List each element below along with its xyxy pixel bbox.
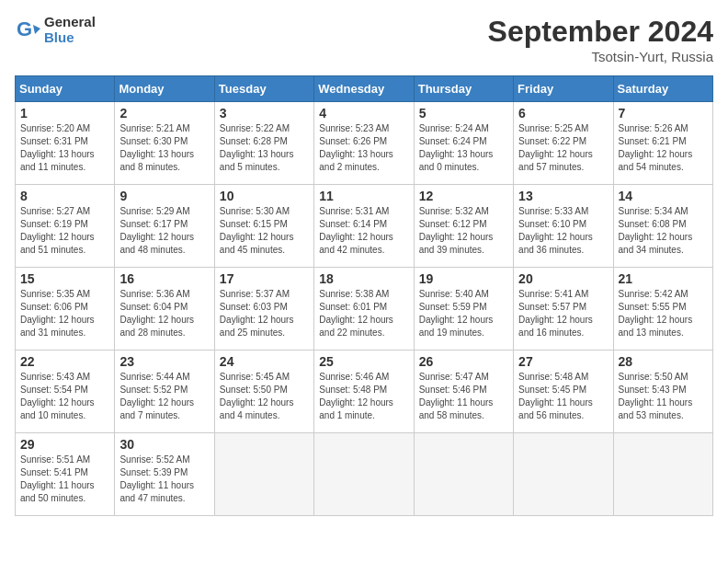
day-info: Sunrise: 5:32 AM Sunset: 6:12 PM Dayligh…: [419, 205, 508, 257]
day-header-tuesday: Tuesday: [214, 76, 313, 102]
day-info: Sunrise: 5:41 AM Sunset: 5:57 PM Dayligh…: [518, 288, 608, 339]
calendar-cell: 1Sunrise: 5:20 AM Sunset: 6:31 PM Daylig…: [16, 102, 115, 185]
day-info: Sunrise: 5:45 AM Sunset: 5:50 PM Dayligh…: [220, 371, 309, 422]
day-number: 19: [419, 271, 508, 286]
logo: G General Blue: [15, 15, 96, 45]
day-info: Sunrise: 5:35 AM Sunset: 6:06 PM Dayligh…: [20, 288, 109, 339]
calendar-cell: 17Sunrise: 5:37 AM Sunset: 6:03 PM Dayli…: [214, 268, 313, 350]
day-info: Sunrise: 5:21 AM Sunset: 6:30 PM Dayligh…: [119, 122, 209, 174]
calendar-cell: 6Sunrise: 5:25 AM Sunset: 6:22 PM Daylig…: [514, 102, 613, 185]
week-row-2: 8Sunrise: 5:27 AM Sunset: 6:19 PM Daylig…: [16, 185, 713, 268]
day-number: 25: [319, 354, 408, 369]
day-number: 22: [20, 354, 109, 369]
day-info: Sunrise: 5:30 AM Sunset: 6:15 PM Dayligh…: [220, 205, 309, 257]
calendar-cell: 14Sunrise: 5:34 AM Sunset: 6:08 PM Dayli…: [613, 185, 712, 268]
day-number: 8: [20, 189, 109, 203]
day-header-sunday: Sunday: [16, 76, 115, 102]
calendar-cell: 28Sunrise: 5:50 AM Sunset: 5:43 PM Dayli…: [613, 350, 712, 433]
week-row-5: 29Sunrise: 5:51 AM Sunset: 5:41 PM Dayli…: [16, 433, 713, 516]
logo-line1: General: [44, 15, 96, 30]
calendar-cell: 2Sunrise: 5:21 AM Sunset: 6:30 PM Daylig…: [115, 102, 214, 185]
day-number: 14: [619, 189, 708, 203]
calendar-cell: 8Sunrise: 5:27 AM Sunset: 6:19 PM Daylig…: [16, 185, 115, 268]
calendar-cell: 10Sunrise: 5:30 AM Sunset: 6:15 PM Dayli…: [214, 185, 313, 268]
day-info: Sunrise: 5:25 AM Sunset: 6:22 PM Dayligh…: [518, 122, 608, 174]
day-info: Sunrise: 5:34 AM Sunset: 6:08 PM Dayligh…: [619, 205, 708, 257]
day-info: Sunrise: 5:50 AM Sunset: 5:43 PM Dayligh…: [619, 371, 708, 422]
day-number: 7: [619, 106, 708, 121]
day-info: Sunrise: 5:37 AM Sunset: 6:03 PM Dayligh…: [220, 288, 309, 339]
day-number: 27: [518, 354, 608, 369]
day-info: Sunrise: 5:51 AM Sunset: 5:41 PM Dayligh…: [20, 454, 109, 505]
day-number: 12: [419, 189, 508, 203]
calendar-cell: 27Sunrise: 5:48 AM Sunset: 5:45 PM Dayli…: [514, 350, 613, 433]
day-number: 5: [419, 106, 508, 121]
header-row: SundayMondayTuesdayWednesdayThursdayFrid…: [16, 76, 713, 102]
calendar-cell: 9Sunrise: 5:29 AM Sunset: 6:17 PM Daylig…: [115, 185, 214, 268]
logo-line2: Blue: [44, 30, 96, 46]
calendar-cell: [214, 433, 313, 516]
day-number: 16: [119, 271, 209, 286]
calendar-cell: 4Sunrise: 5:23 AM Sunset: 6:26 PM Daylig…: [314, 102, 414, 185]
title-block: September 2024 Tsotsin-Yurt, Russia: [488, 15, 713, 64]
day-info: Sunrise: 5:38 AM Sunset: 6:01 PM Dayligh…: [319, 288, 408, 339]
day-number: 2: [119, 106, 209, 121]
calendar-cell: [613, 433, 712, 516]
day-info: Sunrise: 5:20 AM Sunset: 6:31 PM Dayligh…: [20, 122, 109, 174]
day-info: Sunrise: 5:44 AM Sunset: 5:52 PM Dayligh…: [119, 371, 209, 422]
day-number: 11: [319, 189, 408, 203]
day-number: 10: [220, 189, 309, 203]
day-number: 30: [119, 437, 209, 452]
day-info: Sunrise: 5:33 AM Sunset: 6:10 PM Dayligh…: [518, 205, 608, 257]
calendar-cell: 25Sunrise: 5:46 AM Sunset: 5:48 PM Dayli…: [314, 350, 414, 433]
calendar-cell: 15Sunrise: 5:35 AM Sunset: 6:06 PM Dayli…: [16, 268, 115, 350]
day-number: 23: [119, 354, 209, 369]
calendar-cell: [414, 433, 513, 516]
day-number: 26: [419, 354, 508, 369]
calendar-cell: 20Sunrise: 5:41 AM Sunset: 5:57 PM Dayli…: [514, 268, 613, 350]
day-number: 9: [119, 189, 209, 203]
week-row-4: 22Sunrise: 5:43 AM Sunset: 5:54 PM Dayli…: [16, 350, 713, 433]
calendar-cell: 22Sunrise: 5:43 AM Sunset: 5:54 PM Dayli…: [16, 350, 115, 433]
day-info: Sunrise: 5:40 AM Sunset: 5:59 PM Dayligh…: [419, 288, 508, 339]
week-row-1: 1Sunrise: 5:20 AM Sunset: 6:31 PM Daylig…: [16, 102, 713, 185]
day-number: 29: [20, 437, 109, 452]
day-info: Sunrise: 5:31 AM Sunset: 6:14 PM Dayligh…: [319, 205, 408, 257]
calendar-cell: 13Sunrise: 5:33 AM Sunset: 6:10 PM Dayli…: [514, 185, 613, 268]
calendar-cell: 11Sunrise: 5:31 AM Sunset: 6:14 PM Dayli…: [314, 185, 414, 268]
day-number: 17: [220, 271, 309, 286]
day-info: Sunrise: 5:23 AM Sunset: 6:26 PM Dayligh…: [319, 122, 408, 174]
day-info: Sunrise: 5:27 AM Sunset: 6:19 PM Dayligh…: [20, 205, 109, 257]
day-number: 3: [220, 106, 309, 121]
day-header-monday: Monday: [115, 76, 214, 102]
day-info: Sunrise: 5:46 AM Sunset: 5:48 PM Dayligh…: [319, 371, 408, 422]
calendar-cell: 29Sunrise: 5:51 AM Sunset: 5:41 PM Dayli…: [16, 433, 115, 516]
day-info: Sunrise: 5:52 AM Sunset: 5:39 PM Dayligh…: [119, 454, 209, 505]
day-info: Sunrise: 5:42 AM Sunset: 5:55 PM Dayligh…: [619, 288, 708, 339]
day-number: 24: [220, 354, 309, 369]
calendar-cell: [514, 433, 613, 516]
svg-marker-1: [33, 25, 40, 34]
logo-icon: G: [15, 17, 40, 43]
calendar-cell: 7Sunrise: 5:26 AM Sunset: 6:21 PM Daylig…: [613, 102, 712, 185]
calendar-cell: 3Sunrise: 5:22 AM Sunset: 6:28 PM Daylig…: [214, 102, 313, 185]
day-info: Sunrise: 5:43 AM Sunset: 5:54 PM Dayligh…: [20, 371, 109, 422]
day-number: 4: [319, 106, 408, 121]
day-info: Sunrise: 5:36 AM Sunset: 6:04 PM Dayligh…: [119, 288, 209, 339]
calendar-cell: 24Sunrise: 5:45 AM Sunset: 5:50 PM Dayli…: [214, 350, 313, 433]
day-number: 13: [518, 189, 608, 203]
day-info: Sunrise: 5:47 AM Sunset: 5:46 PM Dayligh…: [419, 371, 508, 422]
day-number: 6: [518, 106, 608, 121]
month-title: September 2024: [488, 15, 713, 49]
calendar-cell: [314, 433, 414, 516]
calendar-cell: 30Sunrise: 5:52 AM Sunset: 5:39 PM Dayli…: [115, 433, 214, 516]
day-number: 1: [20, 106, 109, 121]
calendar-cell: 18Sunrise: 5:38 AM Sunset: 6:01 PM Dayli…: [314, 268, 414, 350]
logo-text: General Blue: [44, 15, 96, 45]
calendar-cell: 12Sunrise: 5:32 AM Sunset: 6:12 PM Dayli…: [414, 185, 513, 268]
page-header: G General Blue September 2024 Tsotsin-Yu…: [15, 15, 713, 64]
day-header-thursday: Thursday: [414, 76, 513, 102]
calendar-cell: 19Sunrise: 5:40 AM Sunset: 5:59 PM Dayli…: [414, 268, 513, 350]
calendar-cell: 21Sunrise: 5:42 AM Sunset: 5:55 PM Dayli…: [613, 268, 712, 350]
calendar-cell: 5Sunrise: 5:24 AM Sunset: 6:24 PM Daylig…: [414, 102, 513, 185]
